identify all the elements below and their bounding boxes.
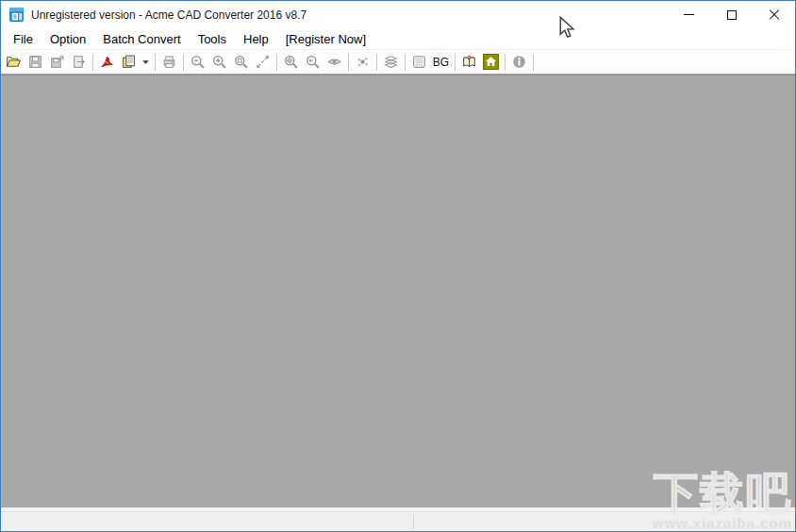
menu-item-option[interactable]: Option xyxy=(41,30,94,48)
batch-convert-icon xyxy=(121,54,137,70)
app-window: Unregistered version - Acme CAD Converte… xyxy=(0,0,796,532)
maximize-button[interactable] xyxy=(710,1,753,28)
save-as-button xyxy=(46,52,68,73)
zoom-out-button xyxy=(187,52,208,73)
zoom-out-icon xyxy=(190,54,206,70)
zoom-in-button xyxy=(208,52,230,73)
save-as-icon xyxy=(49,54,65,70)
zoom-all-icon xyxy=(283,54,299,70)
info-button[interactable] xyxy=(508,52,530,73)
open-file-button[interactable] xyxy=(3,52,25,73)
help-book-button[interactable]: ? xyxy=(458,52,480,73)
bg-icon: BG xyxy=(433,56,449,69)
bg-button[interactable]: BG xyxy=(430,52,452,73)
toolbar-separator xyxy=(183,54,184,71)
help-book-icon: ? xyxy=(461,54,477,70)
minimize-icon xyxy=(684,14,694,15)
save-icon xyxy=(27,54,43,70)
zoom-extents-icon xyxy=(255,54,271,70)
eye-icon xyxy=(326,54,342,70)
zoom-window-button xyxy=(230,52,252,73)
pdf-convert-button[interactable] xyxy=(96,52,118,73)
zoom-previous-button xyxy=(302,52,323,73)
print-button xyxy=(158,52,180,73)
zoom-previous-icon xyxy=(305,54,321,70)
statusbar-divider xyxy=(413,514,414,529)
export-icon xyxy=(71,54,87,70)
menu-item-tools[interactable]: Tools xyxy=(190,30,235,48)
raster-icon xyxy=(411,54,427,70)
window-controls xyxy=(668,1,795,28)
toolbar: BG? xyxy=(1,50,795,75)
layers-button xyxy=(380,52,402,73)
save-button xyxy=(25,52,46,73)
toolbar-separator xyxy=(533,54,534,71)
close-icon xyxy=(769,9,780,21)
dropdown-arrow-icon xyxy=(140,54,152,70)
toolbar-separator xyxy=(455,54,456,71)
pdf-convert-icon xyxy=(99,54,115,70)
layers-icon xyxy=(383,54,399,70)
window-title: Unregistered version - Acme CAD Converte… xyxy=(31,8,307,22)
toolbar-separator xyxy=(505,54,506,71)
toolbar-separator xyxy=(276,54,277,71)
zoom-window-icon xyxy=(233,54,249,70)
zoom-extents-button xyxy=(252,52,274,73)
eye-button xyxy=(323,52,345,73)
menu-item-register-now[interactable]: [Register Now] xyxy=(277,30,374,48)
print-icon xyxy=(161,54,177,70)
info-icon xyxy=(511,54,527,70)
toolbar-separator xyxy=(92,54,93,71)
zoom-in-icon xyxy=(211,54,227,70)
status-bar xyxy=(1,511,795,531)
home-icon xyxy=(483,54,499,70)
close-button[interactable] xyxy=(753,1,795,28)
toolbar-separator xyxy=(405,54,406,71)
app-icon xyxy=(8,7,25,23)
open-file-icon xyxy=(6,54,22,70)
menu-bar: FileOptionBatch ConvertToolsHelp[Registe… xyxy=(1,28,795,50)
zoom-all-button xyxy=(280,52,302,73)
raster-button xyxy=(408,52,430,73)
minimize-button[interactable] xyxy=(668,1,710,28)
svg-text:?: ? xyxy=(467,54,472,62)
maximize-icon xyxy=(727,10,737,20)
dropdown-arrow-button[interactable] xyxy=(140,52,152,73)
title-bar: Unregistered version - Acme CAD Converte… xyxy=(1,1,795,28)
toolbar-separator xyxy=(376,54,377,71)
batch-convert-button[interactable] xyxy=(118,52,140,73)
menu-item-batch-convert[interactable]: Batch Convert xyxy=(94,30,189,48)
menu-item-file[interactable]: File xyxy=(5,30,41,48)
plot-icon xyxy=(355,54,371,70)
menu-item-help[interactable]: Help xyxy=(235,30,277,48)
drawing-canvas[interactable] xyxy=(1,75,795,507)
home-button[interactable] xyxy=(480,52,502,73)
plot-button xyxy=(352,52,373,73)
toolbar-separator xyxy=(155,54,156,71)
export-button xyxy=(68,52,90,73)
toolbar-separator xyxy=(348,54,349,71)
